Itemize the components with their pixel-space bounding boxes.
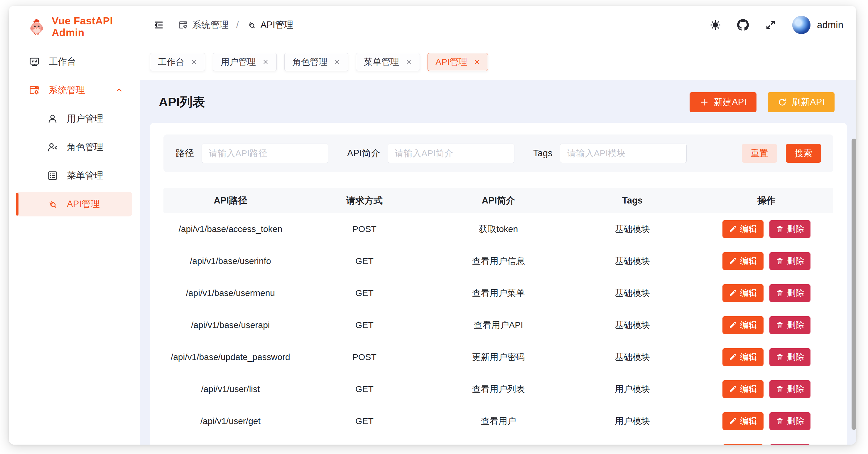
page-actions: 新建API 刷新API <box>690 92 835 112</box>
refresh-api-button[interactable]: 刷新API <box>768 92 835 112</box>
edit-button[interactable]: 编辑 <box>722 316 764 334</box>
delete-button[interactable]: 删除 <box>769 348 810 366</box>
role-icon <box>47 142 58 153</box>
cell-api-path: /api/v1/user/get <box>163 416 298 426</box>
trash-icon <box>776 289 783 297</box>
edit-label: 编辑 <box>740 319 757 331</box>
theme-sun-icon[interactable] <box>710 19 721 31</box>
github-icon[interactable] <box>737 19 749 31</box>
cell-api-path: /api/v1/user/list <box>163 384 298 394</box>
sidebar-item-roles[interactable]: 角色管理 <box>17 135 132 160</box>
username-label[interactable]: admin <box>817 19 843 31</box>
breadcrumb-label: 系统管理 <box>192 19 228 31</box>
tab-menus[interactable]: 菜单管理 <box>356 53 420 71</box>
edit-button[interactable]: 编辑 <box>722 412 764 430</box>
edit-button[interactable]: 编辑 <box>722 284 764 302</box>
column-header-actions: 操作 <box>699 194 833 207</box>
cell-tags: 基础模块 <box>565 255 700 267</box>
delete-button[interactable]: 删除 <box>769 220 810 238</box>
user-icon <box>47 113 58 124</box>
reset-button[interactable]: 重置 <box>742 144 777 163</box>
delete-button[interactable]: 删除 <box>769 252 810 270</box>
pencil-icon <box>729 385 737 393</box>
top-header: 系统管理 / API管理 <box>140 6 856 44</box>
delete-button[interactable]: 删除 <box>769 380 810 398</box>
breadcrumb-item-api[interactable]: API管理 <box>247 19 293 31</box>
content-area: API列表 新建API 刷新API <box>140 80 856 445</box>
edit-button[interactable]: 编辑 <box>722 252 764 270</box>
close-icon[interactable] <box>334 59 340 65</box>
collapse-sidebar-icon[interactable] <box>153 19 165 31</box>
cell-summary: 查看用户列表 <box>431 383 565 395</box>
sidebar-item-users[interactable]: 用户管理 <box>17 106 132 131</box>
column-header-summary: API简介 <box>431 194 565 207</box>
sidebar-item-menus[interactable]: 菜单管理 <box>17 163 132 188</box>
close-icon[interactable] <box>262 59 269 65</box>
pencil-icon <box>729 417 737 425</box>
sidebar-item-label: 角色管理 <box>67 141 103 153</box>
delete-label: 删除 <box>787 223 804 235</box>
table-row: /api/v1/user/list GET 查看用户列表 用户模块 编辑 <box>163 373 833 405</box>
system-gear-icon <box>29 85 40 96</box>
edit-button[interactable]: 编辑 <box>722 348 764 366</box>
cell-summary: 查看用户菜单 <box>431 287 565 299</box>
cell-api-path: /api/v1/base/userapi <box>163 320 298 330</box>
cell-tags: 基础模块 <box>565 287 700 299</box>
cell-actions: 编辑 删除 <box>699 412 833 430</box>
cell-method: GET <box>298 320 432 330</box>
edit-label: 编辑 <box>740 351 757 363</box>
sidebar: Vue FastAPI Admin 工作台 系统管理 <box>9 6 140 445</box>
filter-bar: 路径 API简介 Tags 重置 搜索 <box>163 135 833 172</box>
cell-tags: 用户模块 <box>565 383 700 395</box>
edit-button[interactable]: 编辑 <box>722 380 764 398</box>
user-avatar[interactable] <box>792 16 810 34</box>
chick-mascot-icon <box>28 17 45 36</box>
plug-icon <box>47 199 58 210</box>
sidebar-item-workbench[interactable]: 工作台 <box>17 49 132 74</box>
sidebar-item-system[interactable]: 系统管理 <box>17 78 132 103</box>
tags-filter-input[interactable] <box>560 144 687 163</box>
sidebar-item-api[interactable]: API管理 <box>17 192 132 217</box>
tab-label: 角色管理 <box>292 56 328 68</box>
vertical-scrollbar-thumb[interactable] <box>851 139 856 430</box>
delete-label: 删除 <box>787 255 804 267</box>
summary-filter-input[interactable] <box>388 144 515 163</box>
app-logo[interactable]: Vue FastAPI Admin <box>9 6 140 48</box>
delete-button[interactable]: 删除 <box>769 284 810 302</box>
close-icon[interactable] <box>474 59 480 65</box>
create-api-button[interactable]: 新建API <box>690 92 756 112</box>
edit-label: 编辑 <box>740 287 757 299</box>
trash-icon <box>776 417 783 425</box>
close-icon[interactable] <box>406 59 412 65</box>
cell-api-path: /api/v1/base/access_token <box>163 224 298 234</box>
fullscreen-icon[interactable] <box>765 19 776 31</box>
cell-api-path: /api/v1/base/userinfo <box>163 256 298 266</box>
search-button[interactable]: 搜索 <box>786 144 821 163</box>
tab-label: 菜单管理 <box>364 56 399 68</box>
cell-actions: 编辑 删除 <box>699 348 833 366</box>
cell-api-path: /api/v1/base/update_password <box>163 352 298 362</box>
edit-button[interactable]: 编辑 <box>722 220 764 238</box>
breadcrumb: 系统管理 / API管理 <box>178 19 293 31</box>
cell-actions: 编辑 删除 <box>699 316 833 334</box>
close-icon[interactable] <box>191 59 197 65</box>
main-area: 系统管理 / API管理 <box>140 6 856 445</box>
cell-api-path: /api/v1/base/usermenu <box>163 288 298 298</box>
delete-button[interactable]: 删除 <box>769 412 810 430</box>
sidebar-item-label: 用户管理 <box>67 112 103 125</box>
path-filter-input[interactable] <box>202 144 328 163</box>
delete-button[interactable]: 删除 <box>769 444 810 445</box>
tab-users[interactable]: 用户管理 <box>213 53 277 71</box>
tab-roles[interactable]: 角色管理 <box>284 53 348 71</box>
trash-icon <box>776 321 783 329</box>
edit-label: 编辑 <box>740 223 757 235</box>
column-header-method: 请求方式 <box>298 194 432 207</box>
cell-tags: 基础模块 <box>565 351 700 363</box>
tab-workbench[interactable]: 工作台 <box>150 53 205 71</box>
breadcrumb-item-system[interactable]: 系统管理 <box>178 19 228 31</box>
tab-api[interactable]: API管理 <box>428 53 488 71</box>
breadcrumb-label: API管理 <box>260 19 293 31</box>
edit-button[interactable]: 编辑 <box>722 444 764 445</box>
delete-button[interactable]: 删除 <box>769 316 810 334</box>
pencil-icon <box>729 353 737 361</box>
